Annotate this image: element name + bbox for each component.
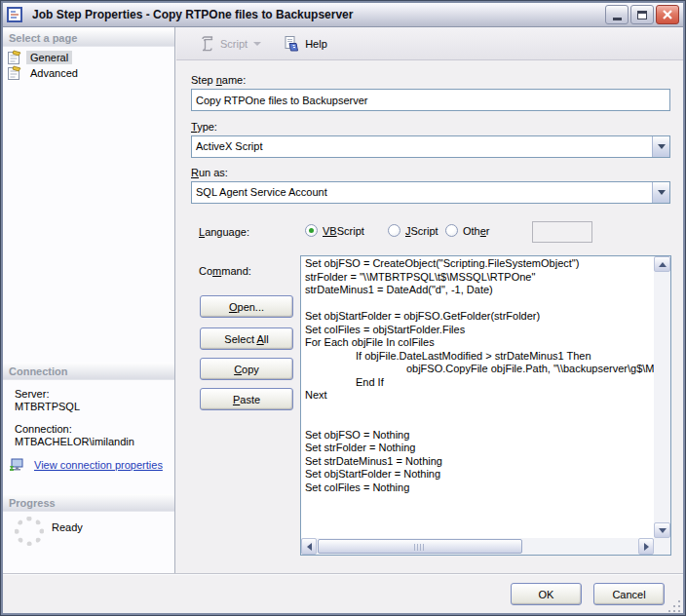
app-icon [7, 7, 22, 22]
open-button[interactable]: Open... [200, 295, 293, 318]
select-a-page-label: Select a page [9, 32, 77, 44]
toolbar: Script Help [176, 27, 683, 60]
run-as-combobox[interactable]: SQL Agent Service Account [191, 181, 670, 204]
sidebar-item-advanced[interactable]: Advanced [7, 64, 171, 81]
scroll-right-button[interactable] [638, 538, 654, 555]
ok-button-label: OK [539, 589, 554, 600]
page-icon [7, 65, 22, 81]
job-step-properties-dialog: Job Step Properties - Copy RTPOne files … [0, 0, 686, 616]
progress-header-label: Progress [9, 497, 56, 509]
language-label: Language: [199, 226, 249, 238]
radio-vbscript[interactable]: VBScript [305, 224, 364, 237]
connection-header: Connection [3, 363, 174, 380]
connection-properties-icon [9, 457, 24, 473]
type-combobox-arrow[interactable] [652, 136, 669, 157]
select-all-button[interactable]: Select All [200, 327, 293, 350]
arrow-down-icon [659, 528, 667, 533]
radio-other[interactable]: Other [445, 224, 490, 237]
scroll-grip-icon [414, 544, 426, 551]
ok-button[interactable]: OK [511, 583, 582, 605]
footer-separator [3, 573, 683, 575]
radio-icon [445, 224, 458, 237]
connection-label: Connection: [15, 423, 171, 436]
resize-grip[interactable] [668, 600, 670, 602]
radio-vbscript-label: VBScript [323, 225, 364, 237]
select-all-button-label: Select All [224, 333, 268, 345]
horizontal-scroll-thumb[interactable] [318, 539, 522, 554]
radio-icon [305, 224, 318, 237]
close-button[interactable] [656, 5, 679, 24]
help-icon [283, 35, 300, 53]
type-combobox[interactable]: ActiveX Script [191, 135, 670, 158]
maximize-button[interactable] [630, 5, 654, 24]
arrow-up-icon [659, 262, 667, 267]
view-connection-properties-link[interactable]: View connection properties [34, 459, 163, 471]
close-icon [663, 10, 672, 19]
radio-selected-dot [309, 228, 314, 233]
minimize-button[interactable] [605, 5, 629, 24]
horizontal-scrollbar[interactable] [301, 538, 654, 555]
connection-header-label: Connection [9, 366, 68, 377]
connection-value: MTBACHELOR\imilandin [15, 436, 171, 448]
cancel-button-label: Cancel [612, 589, 645, 600]
cancel-button[interactable]: Cancel [593, 583, 665, 605]
run-as-combobox-value: SQL Agent Service Account [192, 182, 652, 203]
scroll-down-button[interactable] [654, 522, 670, 538]
arrow-left-icon [307, 543, 312, 551]
minimize-icon [613, 18, 622, 20]
type-combobox-value: ActiveX Script [192, 136, 652, 157]
view-connection-properties-row: View connection properties [9, 457, 163, 473]
open-button-label: Open... [229, 301, 264, 313]
chevron-down-icon [253, 42, 261, 46]
command-label: Command: [199, 265, 251, 277]
script-button-label: Script [220, 38, 248, 50]
radio-other-label: Other [463, 225, 490, 237]
sidebar-item-label: Advanced [26, 66, 82, 80]
sidebar-item-label: General [26, 51, 72, 64]
progress-status: Ready [52, 521, 208, 534]
arrow-right-icon [644, 543, 649, 551]
vertical-scrollbar[interactable] [654, 256, 670, 538]
server-value: MTBRTPSQL [15, 401, 171, 413]
radio-icon [388, 224, 400, 237]
step-name-input[interactable] [191, 89, 670, 111]
progress-header: Progress [3, 494, 174, 512]
sidebar-item-general[interactable]: General [7, 49, 171, 65]
step-name-label: Step name: [191, 74, 246, 86]
chevron-down-icon [658, 144, 666, 149]
scroll-left-button[interactable] [301, 538, 317, 555]
paste-button-label: Paste [233, 394, 260, 405]
title-bar[interactable]: Job Step Properties - Copy RTPOne files … [3, 3, 683, 27]
script-button: Script [192, 32, 267, 56]
server-label: Server: [15, 388, 171, 401]
copy-button-label: Copy [234, 364, 259, 375]
select-a-page-header: Select a page [3, 29, 174, 47]
help-button[interactable]: Help [277, 32, 333, 56]
script-scroll-icon [198, 35, 215, 53]
type-label: Type: [191, 121, 217, 133]
command-textarea[interactable]: Set objFSO = CreateObject("Scripting.Fil… [300, 255, 671, 556]
run-as-label: Run as: [191, 167, 228, 178]
radio-jscript[interactable]: JScript [388, 224, 438, 237]
run-as-combobox-arrow[interactable] [652, 182, 669, 203]
progress-spinner-icon [15, 517, 44, 546]
other-language-input [532, 221, 592, 243]
scroll-up-button[interactable] [654, 256, 670, 272]
paste-button[interactable]: Paste [200, 388, 293, 410]
maximize-icon [637, 11, 647, 19]
chevron-down-icon [658, 190, 666, 195]
window-title: Job Step Properties - Copy RTPOne files … [32, 8, 603, 21]
scrollbar-corner [654, 538, 670, 555]
radio-jscript-label: JScript [405, 225, 438, 237]
command-text[interactable]: Set objFSO = CreateObject("Scripting.Fil… [301, 256, 654, 538]
page-icon [7, 50, 22, 65]
help-button-label: Help [305, 38, 327, 50]
sidebar: Select a page General Advanced [3, 27, 175, 573]
copy-button[interactable]: Copy [200, 358, 293, 380]
